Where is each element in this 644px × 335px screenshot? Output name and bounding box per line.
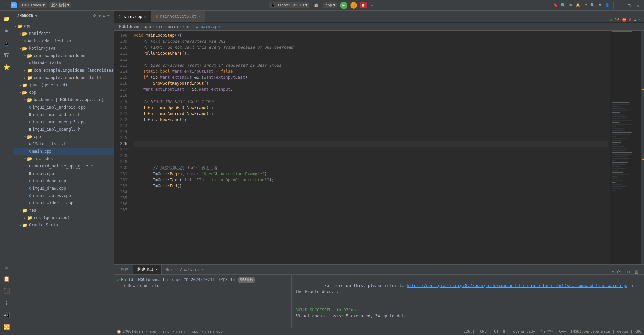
favorites-icon[interactable]: ⭐ <box>1 62 12 72</box>
vcs2-icon[interactable]: ⎇ <box>583 3 588 8</box>
build-item-main[interactable]: ✓ Build IMGUIdoem: finished 在 2024/10/11… <box>117 277 289 283</box>
terminal-icon[interactable]: ⬛ <box>1 285 12 296</box>
database-icon[interactable]: 🗄 <box>1 297 12 308</box>
find-icon[interactable]: 🔍 <box>590 3 595 8</box>
tree-item-res[interactable]: ▸📁res <box>13 207 114 214</box>
expand-icon2[interactable]: ⊞ <box>623 269 625 274</box>
tree-item-app[interactable]: ▾📂app <box>13 22 114 30</box>
breadcrumb-item-4[interactable]: cpp <box>183 24 191 29</box>
tree-item-imgui-impl-opengl3-cpp[interactable]: Cimgui_impl_opengl3.cpp <box>13 118 114 126</box>
debug-button[interactable]: 🐛 <box>350 2 357 9</box>
tree-item-imgui-impl-opengl3-h[interactable]: Himgui_impl_opengl3.h <box>13 126 114 133</box>
status-formatter[interactable]: .clang-tidy <box>511 329 535 334</box>
tab-build-analyzer[interactable]: Build Analyzer ✕ <box>162 265 208 274</box>
collapse-icon[interactable]: ▲ <box>634 17 636 22</box>
trash-icon[interactable]: 🗑 <box>634 269 639 274</box>
tree-item-pkg3[interactable]: ▸📁com.example.imguidoem (test) <box>13 74 114 81</box>
breadcrumb-item-1[interactable]: app <box>144 24 151 29</box>
status-line-ending[interactable]: CRLF <box>480 329 489 334</box>
filter-icon[interactable]: ⇅ <box>612 269 615 274</box>
event-log-icon[interactable]: 📋 <box>1 273 12 284</box>
editor-scrollbar[interactable] <box>641 31 644 264</box>
gradle-link[interactable]: https://docs.gradle.org/8.7/userguide/co… <box>407 283 627 288</box>
search-everywhere-icon[interactable]: 🔍 <box>560 3 566 8</box>
line-num-223: 223 <box>114 123 127 129</box>
tree-item-main-cpp[interactable]: Cmain.cpp <box>13 148 114 155</box>
tree-item-imgui-tables[interactable]: Cimgui_tables.cpp <box>13 192 114 199</box>
tab-mainactivity-kt-close[interactable]: ✕ <box>198 15 200 18</box>
console-blank <box>295 301 641 307</box>
bookmark-icon[interactable]: 🔖 <box>553 3 558 8</box>
dots-icon[interactable]: ⋯ <box>107 13 110 18</box>
breadcrumb-item-5[interactable]: ⚙ main.cpp <box>196 24 220 29</box>
tree-item-pkg2[interactable]: ▸📁com.example.imguidoem (androidTest) <box>13 67 114 74</box>
problems-icon[interactable]: ⚠ <box>1 261 12 272</box>
sync-icon2[interactable]: ⟳ <box>617 269 621 274</box>
tree-item-cpp-root[interactable]: ▾📂cpp <box>13 89 114 96</box>
settings-icon[interactable]: ⚙ <box>597 3 603 8</box>
status-indent[interactable]: 4个空格 <box>540 329 554 334</box>
collapse-icon2[interactable]: ⊟ <box>627 269 630 274</box>
app-selector[interactable]: app ▼ <box>323 2 337 8</box>
expand2-icon[interactable]: ⋯ <box>639 17 641 22</box>
tree-item-android-native[interactable]: Candroid_native_app_glue.c <box>13 162 114 170</box>
menu-icon[interactable]: ☰ <box>3 3 8 8</box>
notification-icon[interactable]: 🔔 <box>575 3 581 8</box>
tree-item-imgui-cpp2[interactable]: Himgui.cpp <box>13 170 114 177</box>
minimize-button[interactable]: — <box>617 2 624 9</box>
breadcrumb-item-2[interactable]: src <box>156 24 163 29</box>
git-icon[interactable]: 🔀 <box>1 322 12 332</box>
tree-item-cmakelists[interactable]: GCMakeLists.txt <box>13 140 114 148</box>
run-button[interactable]: ▶ <box>340 2 347 9</box>
tree-item-res-gen[interactable]: ▸📁res (generated) <box>13 214 114 221</box>
device-selector[interactable]: 📱 Xiaomi Mi 10 ▼ <box>269 2 309 8</box>
commit-icon[interactable]: ⊕ <box>1 25 12 36</box>
more-actions-icon[interactable]: ⋯ <box>370 3 375 8</box>
tree-item-java-gen[interactable]: ▸📁java (generated) <box>13 81 114 89</box>
sidebar-dropdown[interactable]: ▼ <box>35 14 37 18</box>
expand-icon[interactable]: ⊕ <box>98 13 101 18</box>
tab-build-output-close[interactable]: ✕ <box>155 268 157 271</box>
tab-main-cpp[interactable]: C main.cpp ✕ <box>114 11 151 22</box>
vcs-button[interactable]: 版本控制 ▼ <box>49 2 71 8</box>
tree-item-imgui-impl-android-h[interactable]: Himgui_impl_android.h <box>13 111 114 118</box>
gear-icon[interactable]: ⚙ <box>103 13 105 18</box>
code-content[interactable]: void MainLoopStep(){ // Poll Unicode cha… <box>131 31 610 264</box>
tree-item-includes[interactable]: ▾📂includes <box>13 155 114 162</box>
status-encoding[interactable]: UTF-8 <box>494 329 505 334</box>
layout-icon[interactable]: ⊞ <box>568 3 573 8</box>
tree-item-gradle-scripts[interactable]: ▸📁Gradle Scripts <box>13 221 114 229</box>
tab-build-output[interactable]: 构建输出 ✕ <box>133 265 162 274</box>
tab-main-cpp-close[interactable]: ✕ <box>144 15 146 19</box>
project-icon[interactable]: 📁 <box>1 13 12 24</box>
sync-icon[interactable]: ⟳ <box>93 13 96 18</box>
tree-item-imgui-draw[interactable]: Cimgui_draw.cpp <box>13 185 114 192</box>
tree-item-imgui-widgets[interactable]: Cimgui_widgets.cpp <box>13 199 114 207</box>
tree-item-imgui-demo[interactable]: Cimgui_demo.cpp <box>13 177 114 185</box>
tab-mainactivity-kt[interactable]: K MainActivity.kt ✕ <box>151 11 205 22</box>
breadcrumb-item-3[interactable]: main <box>168 24 178 29</box>
account-icon[interactable]: 👤 <box>605 3 610 8</box>
project-name[interactable]: IMGUIdoem ▼ <box>19 2 47 8</box>
status-breadcrumb: IMGUIdoem > app > src > main > cpp > mai… <box>123 329 223 334</box>
tree-item-imgui-impl-android-cpp[interactable]: Cimgui_impl_android.cpp <box>13 104 114 111</box>
tree-item-androidmanifest[interactable]: XAndroidManifest.xml <box>13 37 114 45</box>
tree-item-mainactivity[interactable]: KMainActivity <box>13 59 114 67</box>
tab-build-analyzer-close[interactable]: ✕ <box>202 268 204 271</box>
maximize-button[interactable]: □ <box>626 2 632 8</box>
tree-item-pkg1[interactable]: ▾📂com.example.imguidoem <box>13 52 114 59</box>
status-position[interactable]: 226:1 <box>464 329 475 334</box>
status-language[interactable]: C++: IMGUIdoem.app.main | debug | x86 <box>559 329 641 334</box>
device-manager-icon[interactable]: 📲 <box>1 310 12 320</box>
stop-button[interactable]: ■ <box>360 2 367 8</box>
android-activity-icon[interactable]: 📱 <box>1 38 12 48</box>
tree-item-cpp-sub[interactable]: ▾📂cpp <box>13 133 114 140</box>
build-download-item[interactable]: ⬇ Download info <box>117 283 289 288</box>
tree-item-backends[interactable]: ▾📂backends [IMGUIdoem.app.main] <box>13 96 114 104</box>
tree-item-manifests[interactable]: ▾📂manifests <box>13 30 114 37</box>
tree-item-kotlin-java[interactable]: ▾📂kotlin+java <box>13 45 114 52</box>
close-button[interactable]: ✕ <box>635 2 641 9</box>
structure-icon[interactable]: 🏗 <box>1 50 12 60</box>
tab-jianjian[interactable]: 构建 <box>117 265 133 274</box>
breadcrumb-item-0[interactable]: IMGUIdoem <box>117 24 139 29</box>
